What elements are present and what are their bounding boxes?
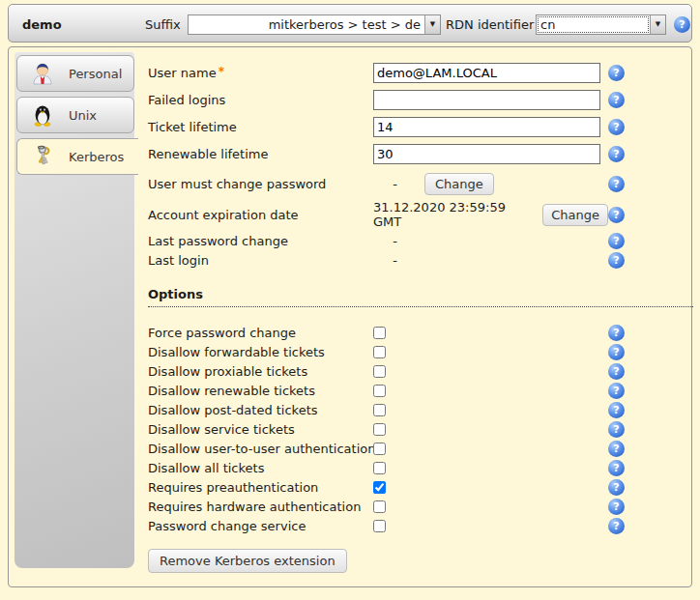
rdn-identifier-select[interactable]: cn ▼ (536, 14, 666, 35)
options-checkbox-list: Force password change ? Disallow forward… (148, 323, 693, 535)
person-icon (30, 61, 55, 86)
ticket-lifetime-row: Ticket lifetime ? (148, 113, 693, 140)
password-change-service-label: Password change service (148, 519, 373, 533)
help-icon[interactable]: ? (608, 176, 625, 192)
account-edit-panel: Personal Unix (8, 46, 692, 587)
tab-kerberos-label: Kerberos (69, 150, 124, 164)
help-icon[interactable]: ? (608, 402, 625, 418)
account-title-bar: demo Suffix mitkerberos > test > de ▼ RD… (8, 4, 692, 43)
failed-logins-label: Failed logins (148, 93, 373, 107)
renewable-lifetime-row: Renewable lifetime ? (148, 140, 693, 167)
failed-logins-row: Failed logins ? (148, 86, 693, 113)
renewable-lifetime-label: Renewable lifetime (148, 147, 373, 161)
must-change-password-label: User must change password (148, 177, 373, 191)
keys-icon (30, 144, 55, 169)
disallow-service-label: Disallow service tickets (148, 422, 373, 437)
help-icon[interactable]: ? (608, 499, 625, 515)
tab-unix[interactable]: Unix (16, 97, 134, 133)
help-icon[interactable]: ? (608, 383, 625, 399)
remove-extension-row: Remove Kerberos extension (148, 549, 693, 573)
requires-preauth-checkbox[interactable] (373, 481, 386, 494)
disallow-proxiable-label: Disallow proxiable tickets (148, 364, 373, 379)
account-expiration-row: Account expiration date 31.12.2020 23:59… (148, 202, 693, 227)
last-password-change-row: Last password change - ? (148, 231, 693, 250)
requires-hardware-auth-row: Requires hardware authentication ? (148, 497, 693, 516)
help-icon[interactable]: ? (608, 119, 625, 135)
requires-hardware-auth-checkbox[interactable] (373, 500, 386, 513)
options-heading: Options (148, 287, 693, 307)
help-icon[interactable]: ? (608, 441, 625, 457)
help-icon[interactable]: ? (608, 252, 625, 269)
tab-personal[interactable]: Personal (16, 55, 134, 92)
help-icon[interactable]: ? (608, 207, 625, 223)
requires-preauth-label: Requires preauthentication (148, 480, 373, 495)
renewable-lifetime-input[interactable] (373, 144, 600, 164)
disallow-postdated-checkbox[interactable] (373, 404, 386, 416)
disallow-forwardable-checkbox[interactable] (373, 346, 386, 358)
failed-logins-input[interactable] (373, 90, 600, 110)
disallow-proxiable-row: Disallow proxiable tickets ? (148, 361, 693, 381)
user-name-input[interactable] (373, 63, 600, 83)
last-password-change-value: - (373, 234, 417, 248)
user-name-label: User name (148, 66, 217, 80)
ticket-lifetime-input[interactable] (373, 117, 600, 137)
chevron-down-icon[interactable]: ▼ (424, 15, 440, 34)
chevron-down-icon[interactable]: ▼ (650, 15, 665, 34)
help-icon[interactable]: ? (608, 363, 625, 380)
force-password-change-row: Force password change ? (148, 323, 693, 342)
account-name: demo (22, 17, 62, 32)
disallow-postdated-label: Disallow post-dated tickets (148, 403, 373, 417)
tab-personal-label: Personal (69, 67, 122, 81)
disallow-postdated-row: Disallow post-dated tickets ? (148, 400, 693, 419)
password-change-service-checkbox[interactable] (373, 520, 386, 532)
must-change-password-row: User must change password - Change ? (148, 171, 693, 196)
help-icon[interactable]: ? (608, 344, 625, 360)
password-change-service-row: Password change service ? (148, 516, 693, 535)
disallow-service-row: Disallow service tickets ? (148, 419, 693, 439)
account-expiration-value: 31.12.2020 23:59:59 GMT (373, 200, 537, 229)
account-expiration-label: Account expiration date (148, 208, 373, 222)
last-password-change-label: Last password change (148, 234, 373, 248)
rdn-identifier-label: RDN identifier (446, 17, 534, 32)
tab-unix-label: Unix (69, 108, 97, 123)
tab-kerberos[interactable]: Kerberos (16, 138, 138, 175)
suffix-select-value: mitkerberos > test > de (189, 15, 424, 34)
remove-kerberos-extension-button[interactable]: Remove Kerberos extension (148, 549, 347, 573)
penguin-icon (30, 102, 55, 128)
disallow-user-to-user-label: Disallow user-to-user authentication (148, 442, 373, 456)
disallow-user-to-user-row: Disallow user-to-user authentication ? (148, 439, 693, 458)
change-expiration-button[interactable]: Change (542, 204, 608, 226)
must-change-password-value: - (373, 177, 417, 191)
requires-preauth-row: Requires preauthentication ? (148, 477, 693, 497)
help-icon[interactable]: ? (608, 146, 625, 162)
user-name-row: User name* ? (148, 59, 693, 86)
disallow-service-checkbox[interactable] (373, 423, 386, 436)
help-icon[interactable]: ? (608, 92, 625, 108)
last-login-value: - (373, 253, 417, 268)
disallow-renewable-checkbox[interactable] (373, 385, 386, 397)
disallow-all-tickets-label: Disallow all tickets (148, 461, 373, 475)
disallow-proxiable-checkbox[interactable] (373, 365, 386, 378)
help-icon[interactable]: ? (608, 421, 625, 438)
change-password-button[interactable]: Change (424, 173, 494, 195)
force-password-change-checkbox[interactable] (373, 327, 386, 339)
help-icon[interactable]: ? (608, 233, 625, 249)
force-password-change-label: Force password change (148, 326, 373, 340)
requires-hardware-auth-label: Requires hardware authentication (148, 500, 373, 514)
disallow-all-tickets-checkbox[interactable] (373, 462, 386, 474)
disallow-user-to-user-checkbox[interactable] (373, 443, 386, 455)
last-login-row: Last login - ? (148, 250, 693, 270)
disallow-renewable-row: Disallow renewable tickets ? (148, 381, 693, 400)
last-login-label: Last login (148, 253, 373, 268)
help-icon[interactable]: ? (608, 479, 625, 496)
help-icon[interactable]: ? (674, 16, 690, 33)
disallow-forwardable-row: Disallow forwardable tickets ? (148, 342, 693, 361)
help-icon[interactable]: ? (608, 65, 625, 81)
help-icon[interactable]: ? (608, 518, 625, 534)
help-icon[interactable]: ? (608, 325, 625, 341)
ticket-lifetime-label: Ticket lifetime (148, 120, 373, 134)
help-icon[interactable]: ? (608, 460, 625, 476)
suffix-select[interactable]: mitkerberos > test > de ▼ (188, 14, 441, 35)
disallow-all-tickets-row: Disallow all tickets ? (148, 458, 693, 477)
required-marker: * (219, 65, 224, 78)
